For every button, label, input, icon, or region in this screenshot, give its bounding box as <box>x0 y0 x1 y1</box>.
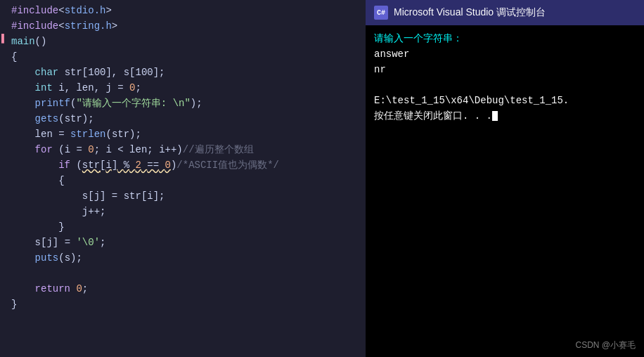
gutter-cell <box>0 108 8 124</box>
gutter-cell <box>0 278 8 294</box>
console-footer: CSDN @小赛毛 <box>366 337 644 357</box>
code-line-15: } <box>8 219 366 235</box>
code-line-5: char str[100], s[100]; <box>8 65 366 80</box>
console-line-6: 按任意键关闭此窗口. . . <box>374 108 636 124</box>
gutter-cell <box>0 15 8 31</box>
code-line-6: int i, len, j = 0; <box>8 80 366 96</box>
console-line-3: nr <box>374 62 636 77</box>
code-line-9: len = strlen(str); <box>8 126 366 142</box>
console-title: Microsoft Visual Studio 调试控制台 <box>394 6 546 19</box>
console-panel: C# Microsoft Visual Studio 调试控制台 请输入一个字符… <box>366 0 644 357</box>
code-line-20: } <box>8 297 366 312</box>
gutter-cell <box>0 62 8 77</box>
console-icon-text: C# <box>377 9 385 17</box>
code-line-18 <box>8 266 366 281</box>
code-line-7: printf("请输入一个字符串: \n"); <box>8 96 366 111</box>
gutter-cell <box>0 294 8 309</box>
code-line-1: #include<stdio.h> <box>8 3 366 18</box>
code-line-3: main() <box>8 34 366 49</box>
gutter-cell <box>0 186 8 201</box>
console-body: 请输入一个字符串： answer nr E:\test_1_15\x64\Deb… <box>366 25 644 337</box>
code-editor: ▌ #include<stdio.h> #include<string.h> m <box>0 0 366 357</box>
gutter-cell <box>0 93 8 108</box>
code-line-16: s[j] = '\0'; <box>8 235 366 250</box>
gutter-cell <box>0 201 8 216</box>
gutter-cell <box>0 263 8 278</box>
code-line-10: for (i = 0; i < len; i++)//遍历整个数组 <box>8 142 366 157</box>
code-line-4: { <box>8 49 366 65</box>
gutter-cell <box>0 216 8 232</box>
code-line-8: gets(str); <box>8 111 366 126</box>
console-line-2: answer <box>374 46 636 62</box>
code-lines: #include<stdio.h> #include<string.h> mai… <box>8 0 366 357</box>
console-icon: C# <box>374 6 388 20</box>
code-line-2: #include<string.h> <box>8 18 366 34</box>
gutter-cell <box>0 139 8 155</box>
gutter-cell <box>0 155 8 170</box>
code-line-17: puts(s); <box>8 250 366 266</box>
console-line-4 <box>374 77 636 93</box>
code-line-11: if (str[i] % 2 == 0)/*ASCII值也为偶数*/ <box>8 157 366 173</box>
gutter-cell <box>0 124 8 139</box>
code-line-21 <box>8 312 366 327</box>
code-line-12: { <box>8 173 366 188</box>
gutter-cell <box>0 0 8 15</box>
gutter-cell <box>0 77 8 93</box>
console-line-1: 请输入一个字符串： <box>374 31 636 46</box>
console-footer-text: CSDN @小赛毛 <box>575 340 636 350</box>
gutter-cell <box>0 170 8 186</box>
console-line-5: E:\test_1_15\x64\Debug\test_1_15. <box>374 93 636 108</box>
gutter-cell: ▌ <box>0 31 8 46</box>
console-titlebar: C# Microsoft Visual Studio 调试控制台 <box>366 0 644 25</box>
code-line-13: s[j] = str[i]; <box>8 188 366 204</box>
cursor <box>492 111 498 121</box>
code-line-19: return 0; <box>8 281 366 297</box>
gutter-cell <box>0 309 8 325</box>
gutter-cell <box>0 46 8 62</box>
gutter-cell <box>0 232 8 247</box>
gutter-cell <box>0 247 8 263</box>
code-line-14: j++; <box>8 204 366 219</box>
editor-gutter: ▌ <box>0 0 8 357</box>
